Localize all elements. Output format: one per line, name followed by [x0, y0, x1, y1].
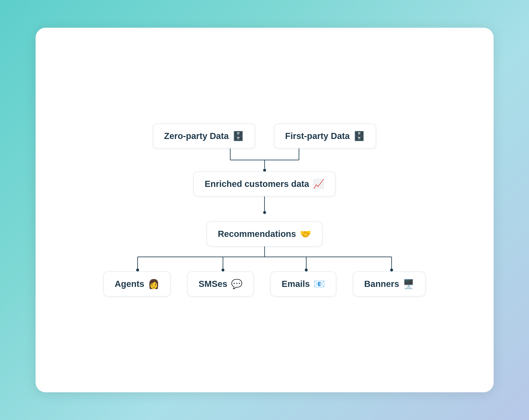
svg-point-11	[136, 269, 139, 271]
emails-label: Emails	[282, 279, 310, 289]
agents-icon: 👩	[148, 279, 159, 289]
zero-party-box: Zero-party Data 🗄️	[153, 123, 255, 149]
first-party-label: First-party Data	[285, 131, 350, 141]
zero-party-icon: 🗄️	[233, 131, 244, 141]
first-party-box: First-party Data 🗄️	[274, 123, 376, 149]
recommendations-box: Recommendations 🤝	[207, 221, 322, 246]
agents-label: Agents	[115, 279, 144, 289]
bottom-row: Agents 👩 SMSes 💬 Emails 📧 Banners 🖥️	[104, 271, 426, 297]
enriched-box: Enriched customers data 📈	[193, 171, 336, 196]
svg-point-12	[222, 269, 225, 271]
recommendations-icon: 🤝	[300, 229, 311, 239]
svg-point-13	[305, 269, 308, 271]
smses-box: SMSes 💬	[187, 271, 254, 297]
svg-point-14	[390, 269, 393, 271]
merge-connector	[196, 149, 333, 171]
top-row: Zero-party Data 🗄️ First-party Data 🗄️	[153, 123, 376, 149]
banners-label: Banners	[364, 279, 399, 289]
emails-box: Emails 📧	[270, 271, 336, 297]
main-card: Zero-party Data 🗄️ First-party Data 🗄️	[36, 28, 494, 392]
zero-party-label: Zero-party Data	[164, 131, 229, 141]
split-connector	[98, 246, 431, 271]
smses-label: SMSes	[198, 279, 227, 289]
down-connector-1	[263, 196, 266, 221]
recommendations-label: Recommendations	[218, 229, 296, 239]
enriched-icon: 📈	[313, 178, 324, 189]
svg-point-4	[263, 169, 266, 171]
smses-icon: 💬	[231, 279, 242, 289]
banners-icon: 🖥️	[403, 279, 414, 289]
emails-icon: 📧	[314, 279, 325, 289]
agents-box: Agents 👩	[104, 271, 171, 297]
enriched-label: Enriched customers data	[205, 179, 309, 189]
diagram: Zero-party Data 🗄️ First-party Data 🗄️	[98, 123, 431, 297]
banners-box: Banners 🖥️	[353, 271, 425, 297]
first-party-icon: 🗄️	[354, 131, 365, 141]
